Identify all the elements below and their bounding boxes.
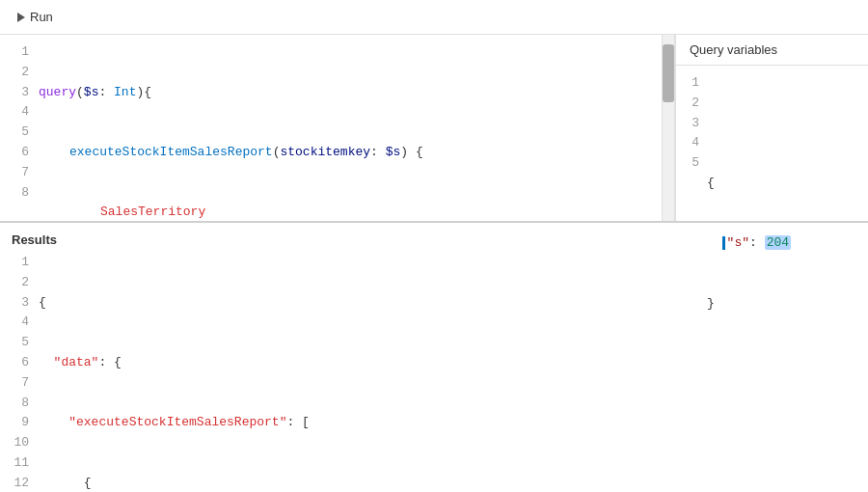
query-code[interactable]: query($s: Int){ executeStockItemSalesRep… [39, 35, 662, 221]
editor-scrollbar[interactable] [662, 35, 675, 221]
results-code[interactable]: { "data": { "executeStockItemSalesReport… [39, 253, 868, 492]
run-label: Run [30, 10, 53, 24]
run-triangle-icon [17, 13, 25, 22]
scrollbar-thumb [663, 44, 674, 102]
query-line-numbers: 1 2 3 4 5 6 7 8 [0, 35, 39, 221]
results-content: 1 2 3 4 5 6 7 8 9 10 11 12 { "data": { "… [0, 253, 868, 492]
results-section: Results 1 2 3 4 5 6 7 8 9 10 11 12 { "da… [0, 223, 868, 492]
results-title: Results [0, 223, 868, 253]
query-variables-panel: Query variables 1 2 3 4 5 { "s": 204 } [675, 35, 868, 221]
query-editor[interactable]: 1 2 3 4 5 6 7 8 query($s: Int){ executeS… [0, 35, 662, 221]
query-variables-title: Query variables [676, 35, 868, 66]
run-button[interactable]: Run [12, 8, 59, 26]
toolbar: Run [0, 0, 868, 35]
results-line-numbers: 1 2 3 4 5 6 7 8 9 10 11 12 [0, 253, 39, 492]
editor-area: 1 2 3 4 5 6 7 8 query($s: Int){ executeS… [0, 35, 868, 223]
